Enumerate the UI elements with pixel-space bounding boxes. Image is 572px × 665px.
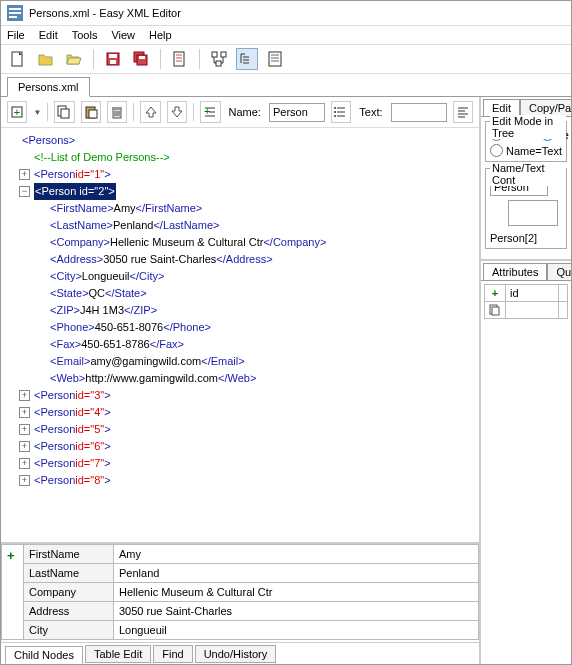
delete-button[interactable]: [107, 101, 127, 123]
expand-icon[interactable]: +: [19, 441, 30, 452]
row-value[interactable]: 3050 rue Saint-Charles: [114, 602, 479, 621]
text-content-input[interactable]: [508, 200, 558, 226]
row-value[interactable]: Amy: [114, 545, 479, 564]
tab-edit[interactable]: Edit: [483, 99, 520, 116]
svg-point-50: [334, 111, 336, 113]
tree-node-selected[interactable]: −<Person id="2">: [3, 183, 477, 200]
tab-quick[interactable]: Quick: [547, 263, 571, 280]
menu-help[interactable]: Help: [149, 29, 172, 41]
tree-node[interactable]: +<Person id="7">: [3, 455, 477, 472]
right-tabs: Edit Copy/Paste: [481, 97, 571, 117]
tab-find[interactable]: Find: [153, 645, 192, 663]
tree-node[interactable]: <Company>Hellenic Museum & Cultural Ctr<…: [3, 234, 477, 251]
save-all-button[interactable]: [130, 48, 152, 70]
tree-node[interactable]: <FirstName>Amy</FirstName>: [3, 200, 477, 217]
add-attr-button[interactable]: +: [485, 285, 506, 302]
xml-tree[interactable]: <Persons> <!--List of Demo Persons--> +<…: [1, 128, 479, 542]
expand-icon[interactable]: +: [19, 458, 30, 469]
row-label: FirstName: [24, 545, 114, 564]
name-text-group: Name/Text Cont Person[2]: [485, 168, 567, 249]
svg-rect-11: [174, 52, 184, 66]
node-path: Person[2]: [490, 232, 562, 244]
edit-mode-legend: Edit Mode in Tree: [490, 115, 566, 139]
attr-tabs: Attributes Quick: [481, 261, 571, 281]
menu-edit[interactable]: Edit: [39, 29, 58, 41]
row-value[interactable]: Hellenic Museum & Cultural Ctr: [114, 583, 479, 602]
svg-rect-15: [212, 52, 217, 57]
tree-node[interactable]: +<Person id="1">: [3, 166, 477, 183]
svg-text:+: +: [14, 106, 20, 118]
tab-copy-paste[interactable]: Copy/Paste: [520, 99, 571, 116]
tree-node[interactable]: <Email>amy@gamingwild.com</Email>: [3, 353, 477, 370]
tree-node[interactable]: +<Person id="6">: [3, 438, 477, 455]
tree-node[interactable]: <Phone>450-651-8076</Phone>: [3, 319, 477, 336]
text-view-button[interactable]: [264, 48, 286, 70]
bottom-panel: + FirstNameAmy LastNamePenland CompanyHe…: [1, 542, 479, 664]
tree-node[interactable]: +<Person id="8">: [3, 472, 477, 489]
tree-node[interactable]: <Address>3050 rue Saint-Charles</Address…: [3, 251, 477, 268]
collapse-icon[interactable]: −: [19, 186, 30, 197]
expand-icon[interactable]: +: [19, 169, 30, 180]
open-folder-button[interactable]: [63, 48, 85, 70]
indent-button[interactable]: +: [200, 101, 220, 123]
row-label: Address: [24, 602, 114, 621]
tab-child-nodes[interactable]: Child Nodes: [5, 646, 83, 664]
svg-rect-41: [112, 107, 122, 109]
tree-node[interactable]: +<Person id="5">: [3, 421, 477, 438]
tab-table-edit[interactable]: Table Edit: [85, 645, 151, 663]
svg-rect-17: [216, 61, 221, 66]
menu-tools[interactable]: Tools: [72, 29, 98, 41]
copy-attr-button[interactable]: [485, 302, 506, 319]
svg-rect-10: [139, 56, 145, 59]
tab-undo-history[interactable]: Undo/History: [195, 645, 277, 663]
title-bar: Persons.xml - Easy XML Editor: [1, 1, 571, 26]
list-view-button[interactable]: [236, 48, 258, 70]
expand-icon[interactable]: +: [19, 407, 30, 418]
tree-toolbar: + ▼ + Name: Text:: [1, 97, 479, 128]
menu-view[interactable]: View: [111, 29, 135, 41]
svg-rect-3: [9, 16, 17, 18]
app-icon: [7, 5, 23, 21]
window-title: Persons.xml - Easy XML Editor: [29, 7, 181, 19]
add-row-button[interactable]: +: [7, 548, 15, 563]
row-label: City: [24, 621, 114, 640]
expand-icon[interactable]: +: [19, 475, 30, 486]
tab-attributes[interactable]: Attributes: [483, 263, 547, 280]
name-input[interactable]: [269, 103, 325, 122]
document-tab[interactable]: Persons.xml: [7, 77, 90, 97]
open-file-button[interactable]: [35, 48, 57, 70]
row-value[interactable]: Penland: [114, 564, 479, 583]
save-button[interactable]: [102, 48, 124, 70]
tree-node[interactable]: <Fax>450-651-8786</Fax>: [3, 336, 477, 353]
bottom-tabs: Child Nodes Table Edit Find Undo/History: [1, 642, 479, 664]
copy-button[interactable]: [54, 101, 74, 123]
tree-node[interactable]: <LastName>Penland</LastName>: [3, 217, 477, 234]
tree-node[interactable]: <ZIP>J4H 1M3</ZIP>: [3, 302, 477, 319]
add-node-button[interactable]: +: [7, 101, 27, 123]
expand-icon[interactable]: +: [19, 424, 30, 435]
tree-node[interactable]: <Web>http://www.gamingwild.com</Web>: [3, 370, 477, 387]
radio-name-text[interactable]: Name=Text: [490, 144, 562, 157]
document-button[interactable]: [169, 48, 191, 70]
tree-view-button[interactable]: [208, 48, 230, 70]
menu-file[interactable]: File: [7, 29, 25, 41]
new-file-button[interactable]: [7, 48, 29, 70]
list-icon-button[interactable]: [331, 101, 351, 123]
svg-text:+: +: [204, 105, 210, 117]
tree-node[interactable]: <State>QC</State>: [3, 285, 477, 302]
tree-node[interactable]: +<Person id="4">: [3, 404, 477, 421]
tree-node[interactable]: +<Person id="3">: [3, 387, 477, 404]
move-down-button[interactable]: [167, 101, 187, 123]
tree-node[interactable]: <City>Longueuil</City>: [3, 268, 477, 285]
expand-icon[interactable]: +: [19, 390, 30, 401]
attr-name-cell[interactable]: id: [506, 285, 559, 302]
paste-button[interactable]: [81, 101, 101, 123]
align-button[interactable]: [453, 101, 473, 123]
edit-mode-group: Edit Mode in Tree Name Te Name=Text: [485, 121, 567, 162]
row-value[interactable]: Longueuil: [114, 621, 479, 640]
svg-rect-16: [221, 52, 226, 57]
child-nodes-table: + FirstNameAmy LastNamePenland CompanyHe…: [1, 544, 479, 640]
text-input[interactable]: [391, 103, 447, 122]
name-text-legend: Name/Text Cont: [490, 162, 566, 186]
move-up-button[interactable]: [140, 101, 160, 123]
